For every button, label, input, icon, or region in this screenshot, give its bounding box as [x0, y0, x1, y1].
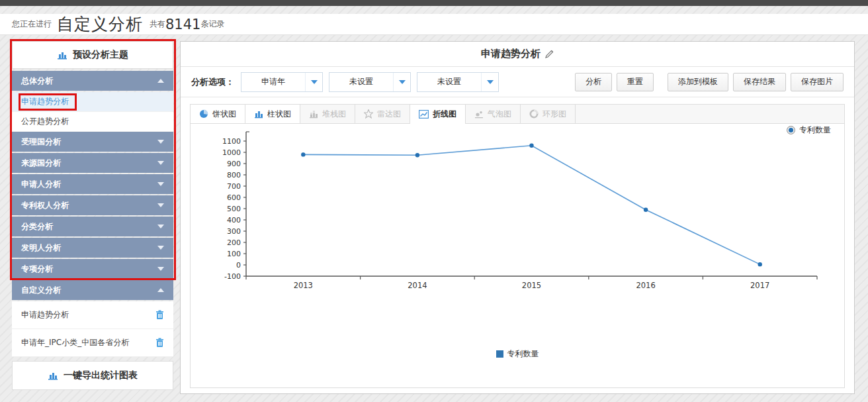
dropdown-dimension-3[interactable]: 未设置: [417, 72, 499, 92]
bubble-chart-icon: [474, 110, 484, 119]
reset-button[interactable]: 重置: [617, 73, 654, 91]
chevron-down-icon: [487, 80, 494, 84]
chevron-down-icon: [311, 80, 318, 84]
sidebar-group-classification[interactable]: 分类分析: [12, 217, 173, 236]
group-label: 专利权人分析: [21, 200, 69, 211]
tab-line-chart[interactable]: 折线图: [410, 105, 466, 123]
trash-icon[interactable]: [155, 338, 164, 348]
tab-label: 环形图: [542, 109, 566, 120]
svg-text:2014: 2014: [408, 281, 427, 290]
group-label: 专项分析: [21, 264, 53, 275]
svg-text:-100: -100: [224, 272, 241, 281]
group-label: 自定义分析: [21, 285, 61, 296]
sidebar-item-label: 申请趋势分析: [21, 309, 69, 321]
page-header: 您正在进行 自定义分析 共有 8141 条记录: [0, 14, 868, 35]
sidebar-group-overall[interactable]: 总体分析: [12, 71, 173, 91]
record-count-prefix: 共有: [150, 19, 165, 30]
preset-themes-header[interactable]: 预设分析主题: [12, 41, 173, 69]
svg-text:800: 800: [227, 171, 241, 179]
chevron-up-icon: [157, 288, 164, 292]
edit-pencil-icon[interactable]: [545, 50, 554, 58]
dropdown-value: 未设置: [329, 76, 393, 87]
legend-label: 专利数量: [507, 348, 539, 360]
save-result-button[interactable]: 保存结果: [733, 73, 786, 91]
sidebar-group-custom[interactable]: 自定义分析: [12, 280, 173, 300]
svg-text:2013: 2013: [294, 281, 313, 290]
sidebar-item-custom-application-trend[interactable]: 申请趋势分析: [12, 301, 173, 329]
save-image-button[interactable]: 保存图片: [791, 73, 844, 91]
svg-text:2016: 2016: [636, 281, 655, 290]
tab-column-chart[interactable]: 柱状图: [245, 105, 300, 123]
sidebar-group-applicant[interactable]: 申请人分析: [12, 174, 173, 194]
pie-chart-icon: [199, 109, 208, 119]
svg-text:300: 300: [227, 227, 241, 236]
tab-stacked-chart: 堆栈图: [300, 105, 355, 123]
action-buttons: 分析 重置 添加到模板 保存结果 保存图片: [570, 73, 844, 91]
column-chart-icon: [254, 110, 263, 119]
page: 您正在进行 自定义分析 共有 8141 条记录 预设分析主题 总体分析 申请趋势…: [0, 0, 868, 402]
group-label: 发明人分析: [21, 242, 61, 254]
donut-chart-icon: [529, 109, 539, 119]
chart-card: 饼状图 柱状图: [190, 104, 845, 388]
main-panel: 申请趋势分析 分析选项： 申请年 未设置 未设置 分析 重置: [180, 41, 855, 394]
dropdown-dimension-2[interactable]: 未设置: [329, 72, 411, 92]
radar-chart-icon: [364, 109, 373, 119]
dropdown-value: 申请年: [241, 76, 305, 87]
group-label: 受理国分析: [21, 136, 61, 148]
tab-pie-chart[interactable]: 饼状图: [191, 105, 245, 123]
sidebar-group-patentee[interactable]: 专利权人分析: [12, 195, 173, 215]
chevron-down-icon: [157, 182, 164, 186]
sidebar-item-custom-ipc-province[interactable]: 申请年_IPC小类_中国各省分析: [12, 329, 173, 357]
analysis-title-row: 申请趋势分析: [181, 42, 854, 67]
chevron-down-icon: [157, 246, 164, 250]
svg-text:900: 900: [227, 160, 241, 168]
chart-legend: 专利数量: [191, 348, 844, 360]
tab-label: 饼状图: [212, 109, 236, 120]
svg-text:100: 100: [227, 250, 241, 258]
tab-radar-chart: 雷达图: [355, 105, 410, 123]
sidebar-group-inventor[interactable]: 发明人分析: [12, 238, 173, 258]
bar-chart-icon: [57, 50, 67, 60]
series-radio[interactable]: 专利数量: [787, 125, 831, 136]
add-to-template-button[interactable]: 添加到模板: [668, 73, 728, 91]
sidebar-item-publication-trend[interactable]: 公开趋势分析: [12, 112, 173, 132]
tab-label: 堆栈图: [322, 109, 346, 120]
trash-icon[interactable]: [155, 310, 164, 320]
browser-top-strip: [0, 0, 868, 6]
tab-label: 柱状图: [267, 109, 291, 120]
bar-chart-icon: [48, 371, 58, 380]
sidebar-item-label: 申请趋势分析: [21, 96, 69, 107]
svg-text:1000: 1000: [222, 148, 241, 157]
analyze-button[interactable]: 分析: [575, 73, 612, 91]
svg-text:2017: 2017: [750, 281, 769, 290]
tab-label: 折线图: [433, 109, 456, 120]
options-row: 分析选项： 申请年 未设置 未设置 分析 重置 添加到模板 保存结果 保存图片: [181, 67, 854, 97]
chevron-down-icon: [157, 140, 164, 144]
group-label: 来源国分析: [21, 158, 61, 169]
svg-text:200: 200: [227, 238, 241, 247]
svg-text:400: 400: [227, 216, 241, 225]
tab-label: 雷达图: [377, 109, 401, 120]
group-label: 申请人分析: [21, 179, 61, 190]
analysis-title: 申请趋势分析: [481, 48, 541, 60]
svg-text:700: 700: [227, 182, 241, 191]
sidebar-group-source-country[interactable]: 来源国分析: [12, 153, 173, 173]
tab-label: 气泡图: [488, 109, 511, 120]
line-chart: -100010020030040050060070080090010001100…: [191, 124, 844, 306]
chevron-up-icon: [157, 79, 164, 83]
record-count-suffix: 条记录: [200, 19, 224, 30]
chevron-down-icon: [157, 225, 164, 228]
sidebar-item-application-trend[interactable]: 申请趋势分析: [12, 92, 173, 112]
preset-themes-label: 预设分析主题: [73, 49, 128, 61]
export-charts-button[interactable]: 一键导出统计图表: [12, 361, 173, 390]
line-chart-icon: [419, 110, 429, 119]
dropdown-value: 未设置: [417, 76, 481, 87]
tab-row-filler: [576, 105, 844, 123]
sidebar-group-special[interactable]: 专项分析: [12, 259, 173, 279]
dropdown-dimension-1[interactable]: 申请年: [241, 72, 323, 92]
chevron-down-icon: [157, 161, 164, 165]
sidebar-item-label: 公开趋势分析: [21, 116, 69, 127]
sidebar-group-accepting-country[interactable]: 受理国分析: [12, 132, 173, 152]
svg-text:500: 500: [227, 205, 241, 213]
radio-selected-icon: [787, 126, 795, 134]
